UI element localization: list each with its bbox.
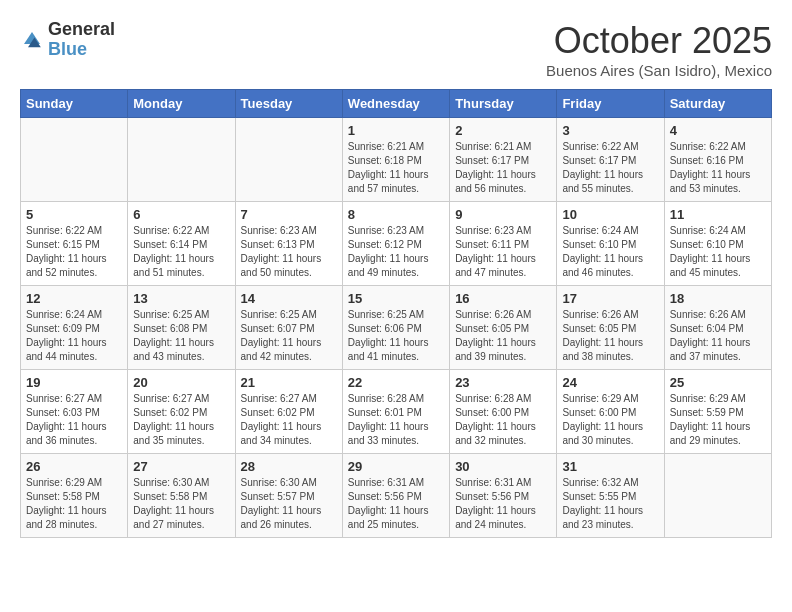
column-header-thursday: Thursday [450,90,557,118]
calendar-cell: 12Sunrise: 6:24 AM Sunset: 6:09 PM Dayli… [21,286,128,370]
logo-general-text: General [48,20,115,40]
calendar-cell: 3Sunrise: 6:22 AM Sunset: 6:17 PM Daylig… [557,118,664,202]
title-block: October 2025 Buenos Aires (San Isidro), … [546,20,772,79]
calendar-cell: 28Sunrise: 6:30 AM Sunset: 5:57 PM Dayli… [235,454,342,538]
calendar-cell: 30Sunrise: 6:31 AM Sunset: 5:56 PM Dayli… [450,454,557,538]
calendar-cell: 19Sunrise: 6:27 AM Sunset: 6:03 PM Dayli… [21,370,128,454]
day-number: 2 [455,123,551,138]
calendar-cell: 18Sunrise: 6:26 AM Sunset: 6:04 PM Dayli… [664,286,771,370]
column-header-friday: Friday [557,90,664,118]
day-info: Sunrise: 6:29 AM Sunset: 6:00 PM Dayligh… [562,392,658,448]
day-info: Sunrise: 6:24 AM Sunset: 6:10 PM Dayligh… [670,224,766,280]
logo-blue-text: Blue [48,40,115,60]
day-number: 3 [562,123,658,138]
logo: General Blue [20,20,115,60]
calendar-cell: 16Sunrise: 6:26 AM Sunset: 6:05 PM Dayli… [450,286,557,370]
day-number: 24 [562,375,658,390]
day-info: Sunrise: 6:31 AM Sunset: 5:56 PM Dayligh… [348,476,444,532]
day-info: Sunrise: 6:24 AM Sunset: 6:10 PM Dayligh… [562,224,658,280]
day-number: 26 [26,459,122,474]
day-info: Sunrise: 6:30 AM Sunset: 5:57 PM Dayligh… [241,476,337,532]
day-number: 7 [241,207,337,222]
day-info: Sunrise: 6:22 AM Sunset: 6:14 PM Dayligh… [133,224,229,280]
calendar-cell: 21Sunrise: 6:27 AM Sunset: 6:02 PM Dayli… [235,370,342,454]
calendar-cell: 10Sunrise: 6:24 AM Sunset: 6:10 PM Dayli… [557,202,664,286]
calendar-cell [128,118,235,202]
day-number: 25 [670,375,766,390]
day-number: 31 [562,459,658,474]
day-info: Sunrise: 6:21 AM Sunset: 6:17 PM Dayligh… [455,140,551,196]
day-number: 4 [670,123,766,138]
day-number: 10 [562,207,658,222]
day-info: Sunrise: 6:32 AM Sunset: 5:55 PM Dayligh… [562,476,658,532]
day-info: Sunrise: 6:29 AM Sunset: 5:58 PM Dayligh… [26,476,122,532]
calendar-cell: 22Sunrise: 6:28 AM Sunset: 6:01 PM Dayli… [342,370,449,454]
calendar-week-5: 26Sunrise: 6:29 AM Sunset: 5:58 PM Dayli… [21,454,772,538]
day-number: 14 [241,291,337,306]
column-header-tuesday: Tuesday [235,90,342,118]
day-info: Sunrise: 6:27 AM Sunset: 6:03 PM Dayligh… [26,392,122,448]
calendar-cell [664,454,771,538]
calendar-cell: 27Sunrise: 6:30 AM Sunset: 5:58 PM Dayli… [128,454,235,538]
day-number: 21 [241,375,337,390]
day-number: 1 [348,123,444,138]
day-info: Sunrise: 6:22 AM Sunset: 6:16 PM Dayligh… [670,140,766,196]
day-info: Sunrise: 6:23 AM Sunset: 6:11 PM Dayligh… [455,224,551,280]
day-info: Sunrise: 6:29 AM Sunset: 5:59 PM Dayligh… [670,392,766,448]
day-number: 11 [670,207,766,222]
day-number: 9 [455,207,551,222]
day-info: Sunrise: 6:25 AM Sunset: 6:07 PM Dayligh… [241,308,337,364]
location-subtitle: Buenos Aires (San Isidro), Mexico [546,62,772,79]
calendar-cell: 11Sunrise: 6:24 AM Sunset: 6:10 PM Dayli… [664,202,771,286]
calendar-body: 1Sunrise: 6:21 AM Sunset: 6:18 PM Daylig… [21,118,772,538]
calendar-cell: 29Sunrise: 6:31 AM Sunset: 5:56 PM Dayli… [342,454,449,538]
day-info: Sunrise: 6:23 AM Sunset: 6:12 PM Dayligh… [348,224,444,280]
calendar-cell: 15Sunrise: 6:25 AM Sunset: 6:06 PM Dayli… [342,286,449,370]
day-info: Sunrise: 6:31 AM Sunset: 5:56 PM Dayligh… [455,476,551,532]
calendar-cell: 13Sunrise: 6:25 AM Sunset: 6:08 PM Dayli… [128,286,235,370]
day-number: 18 [670,291,766,306]
page-header: General Blue October 2025 Buenos Aires (… [20,20,772,79]
calendar-cell: 5Sunrise: 6:22 AM Sunset: 6:15 PM Daylig… [21,202,128,286]
calendar-cell: 7Sunrise: 6:23 AM Sunset: 6:13 PM Daylig… [235,202,342,286]
calendar-cell: 14Sunrise: 6:25 AM Sunset: 6:07 PM Dayli… [235,286,342,370]
column-header-sunday: Sunday [21,90,128,118]
day-number: 20 [133,375,229,390]
month-title: October 2025 [546,20,772,62]
day-number: 13 [133,291,229,306]
day-number: 16 [455,291,551,306]
calendar-cell: 23Sunrise: 6:28 AM Sunset: 6:00 PM Dayli… [450,370,557,454]
calendar-cell [21,118,128,202]
day-info: Sunrise: 6:30 AM Sunset: 5:58 PM Dayligh… [133,476,229,532]
calendar-week-3: 12Sunrise: 6:24 AM Sunset: 6:09 PM Dayli… [21,286,772,370]
calendar-cell: 26Sunrise: 6:29 AM Sunset: 5:58 PM Dayli… [21,454,128,538]
day-info: Sunrise: 6:26 AM Sunset: 6:05 PM Dayligh… [455,308,551,364]
calendar-cell: 31Sunrise: 6:32 AM Sunset: 5:55 PM Dayli… [557,454,664,538]
day-info: Sunrise: 6:24 AM Sunset: 6:09 PM Dayligh… [26,308,122,364]
day-info: Sunrise: 6:26 AM Sunset: 6:05 PM Dayligh… [562,308,658,364]
calendar-cell: 8Sunrise: 6:23 AM Sunset: 6:12 PM Daylig… [342,202,449,286]
calendar-cell: 4Sunrise: 6:22 AM Sunset: 6:16 PM Daylig… [664,118,771,202]
calendar-cell: 1Sunrise: 6:21 AM Sunset: 6:18 PM Daylig… [342,118,449,202]
calendar-cell: 20Sunrise: 6:27 AM Sunset: 6:02 PM Dayli… [128,370,235,454]
column-header-wednesday: Wednesday [342,90,449,118]
calendar-cell [235,118,342,202]
day-number: 5 [26,207,122,222]
day-info: Sunrise: 6:26 AM Sunset: 6:04 PM Dayligh… [670,308,766,364]
calendar-cell: 24Sunrise: 6:29 AM Sunset: 6:00 PM Dayli… [557,370,664,454]
day-number: 19 [26,375,122,390]
day-info: Sunrise: 6:27 AM Sunset: 6:02 PM Dayligh… [133,392,229,448]
day-number: 27 [133,459,229,474]
calendar-cell: 17Sunrise: 6:26 AM Sunset: 6:05 PM Dayli… [557,286,664,370]
day-number: 30 [455,459,551,474]
day-info: Sunrise: 6:25 AM Sunset: 6:08 PM Dayligh… [133,308,229,364]
day-number: 22 [348,375,444,390]
day-number: 23 [455,375,551,390]
day-number: 15 [348,291,444,306]
day-number: 28 [241,459,337,474]
day-info: Sunrise: 6:25 AM Sunset: 6:06 PM Dayligh… [348,308,444,364]
day-info: Sunrise: 6:27 AM Sunset: 6:02 PM Dayligh… [241,392,337,448]
calendar-week-2: 5Sunrise: 6:22 AM Sunset: 6:15 PM Daylig… [21,202,772,286]
day-number: 8 [348,207,444,222]
column-header-saturday: Saturday [664,90,771,118]
